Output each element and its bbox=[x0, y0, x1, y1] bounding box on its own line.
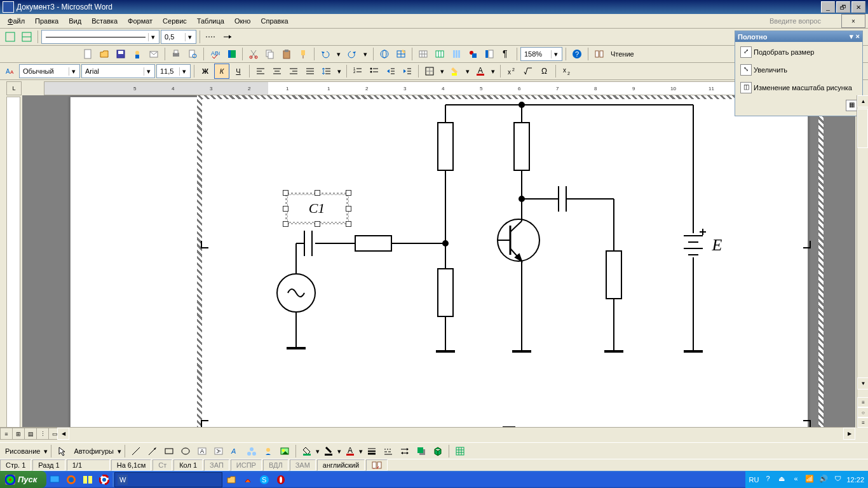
highlight-button[interactable] bbox=[447, 64, 463, 79]
ask-box[interactable]: Введите вопрос bbox=[764, 16, 840, 26]
pane-dd-icon[interactable]: ▾ bbox=[850, 32, 853, 41]
superscript-button[interactable]: x2 bbox=[504, 64, 519, 79]
linespacing-dd[interactable]: ▾ bbox=[336, 64, 343, 79]
read-button[interactable]: Чтение bbox=[608, 50, 637, 58]
arrow-style-button[interactable] bbox=[220, 29, 235, 44]
wordart-button[interactable]: A bbox=[227, 444, 243, 459]
align-center-button[interactable] bbox=[269, 64, 285, 79]
grid-button[interactable] bbox=[452, 444, 468, 459]
3d-button[interactable] bbox=[430, 444, 445, 459]
tb-skype[interactable]: S bbox=[257, 473, 272, 487]
undo-dd[interactable]: ▾ bbox=[334, 46, 343, 62]
browse-object-icon[interactable]: ○ bbox=[857, 407, 868, 417]
autoshapes-menu[interactable]: Автофигуры bbox=[71, 447, 116, 455]
scroll-down-icon[interactable]: ▼ bbox=[857, 377, 868, 390]
canvas-pane-title[interactable]: Полотно▾× bbox=[735, 31, 862, 42]
scroll-right-icon[interactable]: ▶ bbox=[843, 428, 855, 440]
menu-edit[interactable]: Правка bbox=[30, 16, 64, 26]
tb-word[interactable]: W bbox=[114, 472, 222, 487]
tray-wifi-icon[interactable]: 📶 bbox=[804, 475, 815, 485]
scroll-up-icon[interactable]: ▲ bbox=[857, 95, 868, 107]
copy-button[interactable] bbox=[262, 46, 278, 62]
status-trk[interactable]: ИСПР bbox=[231, 459, 262, 471]
pane-scale-button[interactable]: ◫Изменение масштаба рисунка bbox=[738, 80, 855, 95]
fontcolor-dd[interactable]: ▾ bbox=[489, 64, 497, 79]
diagram-button[interactable] bbox=[244, 444, 259, 459]
styles-button[interactable]: AA bbox=[3, 64, 18, 79]
font-combo[interactable]: Arial▾ bbox=[81, 64, 155, 78]
open-button[interactable] bbox=[97, 46, 112, 62]
ruler-corner[interactable]: L bbox=[6, 81, 22, 95]
save-button[interactable] bbox=[113, 46, 128, 62]
hyperlink-button[interactable] bbox=[377, 46, 392, 62]
autoshapes-dd[interactable]: ▾ bbox=[118, 447, 121, 456]
ql-tc[interactable] bbox=[80, 473, 95, 487]
justify-button[interactable] bbox=[302, 64, 318, 79]
menu-window[interactable]: Окно bbox=[229, 16, 256, 26]
status-ovr[interactable]: ЗАМ bbox=[290, 459, 316, 471]
tray-security-icon[interactable]: 🛡 bbox=[832, 475, 843, 485]
indent-button[interactable] bbox=[400, 64, 415, 79]
linecolor-dd[interactable]: ▾ bbox=[337, 447, 341, 456]
view-outline-button[interactable]: ⋮ bbox=[37, 428, 49, 440]
status-book-icon[interactable] bbox=[366, 459, 388, 471]
tb-explorer[interactable] bbox=[224, 473, 239, 487]
paste-button[interactable] bbox=[279, 46, 294, 62]
picture-button[interactable] bbox=[277, 444, 292, 459]
vtextbox-button[interactable]: A bbox=[211, 444, 226, 459]
redo-dd[interactable]: ▾ bbox=[361, 46, 370, 62]
linestyle2-button[interactable] bbox=[19, 29, 34, 44]
fontcolor2-button[interactable]: A bbox=[342, 444, 358, 459]
menu-file[interactable]: ФФайлайл bbox=[3, 16, 30, 26]
textbox-button[interactable]: A bbox=[194, 444, 210, 459]
view-web-button[interactable]: ⊞ bbox=[13, 428, 25, 440]
read-icon[interactable] bbox=[592, 46, 607, 62]
pane-expand-button[interactable]: ⤡Увеличить bbox=[738, 62, 790, 78]
clipart-button[interactable] bbox=[261, 444, 276, 459]
ql-chrome[interactable] bbox=[97, 473, 112, 487]
start-button[interactable]: Пуск bbox=[0, 471, 46, 488]
next-page-icon[interactable]: ≡ bbox=[857, 417, 868, 428]
linespacing-button[interactable] bbox=[319, 64, 334, 79]
status-rec[interactable]: ЗАП bbox=[204, 459, 229, 471]
fontcolor2-dd[interactable]: ▾ bbox=[359, 447, 363, 456]
dash-button[interactable] bbox=[203, 29, 219, 44]
canvas-pane[interactable]: Полотно▾× ⤢Подобрать размер ⤡Увеличить ◫… bbox=[735, 30, 863, 116]
tray-time[interactable]: 12:22 bbox=[846, 476, 864, 484]
status-lang[interactable]: английский bbox=[317, 459, 365, 471]
outdent-button[interactable] bbox=[383, 64, 398, 79]
show-marks-button[interactable]: ¶ bbox=[498, 46, 513, 62]
align-left-button[interactable] bbox=[253, 64, 268, 79]
insert-table-button[interactable] bbox=[416, 46, 431, 62]
page[interactable]: C1 bbox=[70, 97, 808, 428]
tray-remove-icon[interactable]: ⏏ bbox=[776, 475, 787, 485]
view-normal-button[interactable]: ≡ bbox=[0, 428, 13, 440]
borders-dd[interactable]: ▾ bbox=[438, 64, 446, 79]
fontcolor-button[interactable]: A bbox=[473, 64, 488, 79]
lineweight-combo[interactable]: 0,5▾ bbox=[161, 30, 196, 44]
ruler-horizontal[interactable]: 54321123456789101112131415 bbox=[44, 81, 846, 95]
omega-button[interactable]: Ω bbox=[537, 64, 552, 79]
columns-button[interactable] bbox=[449, 46, 464, 62]
align-right-button[interactable] bbox=[286, 64, 301, 79]
tray-volume-icon[interactable]: 🔊 bbox=[818, 475, 829, 485]
email-button[interactable] bbox=[146, 46, 161, 62]
print-button[interactable] bbox=[168, 46, 184, 62]
bullets-button[interactable] bbox=[367, 64, 382, 79]
menu-close-doc[interactable]: × bbox=[841, 14, 865, 28]
shadow-button[interactable] bbox=[414, 444, 429, 459]
undo-button[interactable] bbox=[318, 46, 333, 62]
select-objects-button[interactable] bbox=[55, 444, 70, 459]
tb-matlab[interactable] bbox=[240, 473, 255, 487]
scroll-thumb-v[interactable] bbox=[857, 109, 868, 148]
format-painter-button[interactable] bbox=[295, 46, 311, 62]
new-button[interactable] bbox=[80, 46, 95, 62]
linestyle-combo[interactable]: ▾ bbox=[41, 30, 159, 44]
drawing-button[interactable] bbox=[465, 46, 480, 62]
pane-close-icon[interactable]: × bbox=[856, 32, 860, 41]
drawing-dd[interactable]: ▾ bbox=[44, 447, 48, 456]
line-button[interactable] bbox=[128, 444, 144, 459]
tray-lang[interactable]: RU bbox=[749, 476, 759, 484]
spellcheck-button[interactable]: ABC bbox=[207, 46, 222, 62]
tables-borders-button[interactable] bbox=[393, 46, 409, 62]
